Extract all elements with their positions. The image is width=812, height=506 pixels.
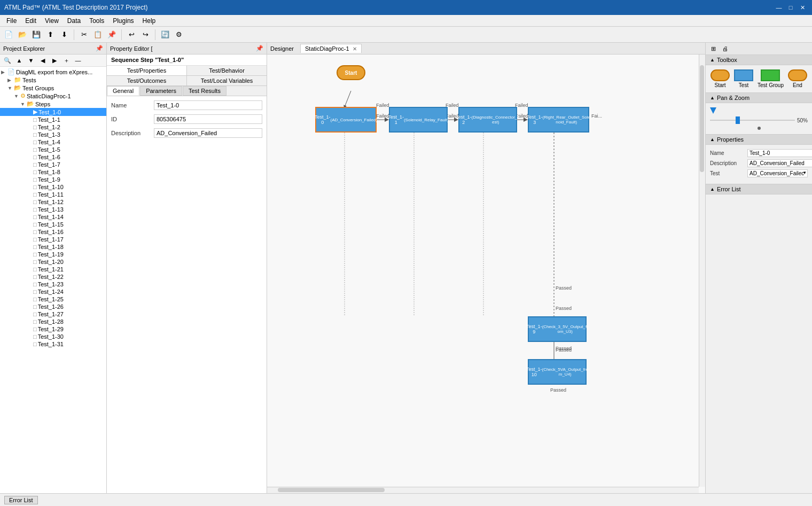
toolbox-section-header[interactable]: ▲ Toolbox — [706, 55, 812, 65]
canvas-scroll-horizontal[interactable] — [267, 487, 699, 493]
pe-expand-btn[interactable]: ▶ — [49, 56, 60, 65]
toolbar-cut[interactable]: ✂ — [77, 28, 90, 41]
tree-item-tests[interactable]: ▶ 📁 Tests — [0, 76, 106, 84]
error-list-status-btn[interactable]: Error List — [4, 496, 38, 504]
pe-collapse-btn[interactable]: ◀ — [37, 56, 48, 65]
tree-item-test-1-20[interactable]: □Test_1-20 — [0, 258, 106, 266]
right-toolbar-btn1[interactable]: ⊞ — [708, 44, 719, 53]
tree-item-test-1-13[interactable]: □Test_1-13 — [0, 206, 106, 213]
tree-item-test-1-27[interactable]: □Test_1-27 — [0, 310, 106, 318]
tool-test[interactable]: Test — [734, 69, 753, 88]
tool-start[interactable]: Start — [710, 69, 730, 88]
tree-item-test-1-5[interactable]: □Test_1-5 — [0, 146, 106, 153]
prop-input-desc[interactable] — [154, 128, 262, 138]
tree-item-test-1-11[interactable]: □Test_1-11 — [0, 191, 106, 198]
pe-add-btn[interactable]: ＋ — [61, 56, 72, 65]
tree-item-test-1-29[interactable]: □Test_1-29 — [0, 325, 106, 333]
menu-tools[interactable]: Tools — [85, 15, 108, 26]
menu-data[interactable]: Data — [63, 15, 85, 26]
tree-item-test-1-3[interactable]: □Test_1-3 — [0, 131, 106, 138]
tree-item-test-1-31[interactable]: □Test_1-31 — [0, 340, 106, 348]
tree-item-test-1-28[interactable]: □Test_1-28 — [0, 318, 106, 325]
tree-item-test-1-30[interactable]: □Test_1-30 — [0, 333, 106, 340]
tree-item-test-1-23[interactable]: □Test_1-23 — [0, 281, 106, 288]
tree-item-test-1-9[interactable]: □Test_1-9 — [0, 176, 106, 183]
toolbar-btn-extra[interactable]: ⚙ — [173, 28, 185, 41]
toolbar-new[interactable]: 📄 — [2, 28, 15, 41]
node-test-110[interactable]: Test_1-10(Check_5VA_Output_fro m_U4) — [528, 359, 587, 385]
tree-item-test-1-16[interactable]: □Test_1-16 — [0, 228, 106, 236]
property-editor-pin[interactable]: 📌 — [256, 45, 263, 52]
pe-search-btn[interactable]: 🔍 — [2, 56, 13, 65]
props-test-select[interactable]: AD_Conversion_Failec — [747, 169, 808, 177]
tree-item-test-1-8[interactable]: □Test_1-8 — [0, 168, 106, 176]
toolbar-refresh[interactable]: 🔄 — [159, 28, 171, 41]
pe-remove-btn[interactable]: — — [73, 56, 83, 65]
props-desc-input[interactable] — [747, 159, 812, 167]
zoom-thumb[interactable] — [736, 116, 740, 124]
tree-item-test-1-6[interactable]: □Test_1-6 — [0, 153, 106, 161]
pe-up-btn[interactable]: ▲ — [14, 56, 25, 65]
tree-item-staticdiagproc[interactable]: ▼ ⚙ StaticDiagProc-1 — [0, 92, 106, 100]
tree-item-diagml[interactable]: ▶ 📄 DiagML export from eXpres... — [0, 68, 106, 76]
node-test-13[interactable]: Test_1-3(Right_Rear_Outlet_Sole noid_Fau… — [528, 107, 589, 133]
toolbar-btn5[interactable]: ⬇ — [58, 28, 71, 41]
tree-item-test-1-7[interactable]: □Test_1-7 — [0, 161, 106, 168]
tree-item-test-1-25[interactable]: □Test_1-25 — [0, 295, 106, 303]
tree-item-test-1-10[interactable]: □Test_1-10 — [0, 183, 106, 191]
designer-canvas[interactable]: Failed Failed Failed Passed Passed — [267, 55, 705, 493]
close-button[interactable]: ✕ — [797, 3, 808, 12]
maximize-button[interactable]: □ — [785, 3, 796, 12]
tree-item-test10[interactable]: ▶ Test_1-0 — [0, 108, 106, 116]
project-explorer-pin[interactable]: 📌 — [96, 45, 103, 52]
toolbar-save[interactable]: 💾 — [30, 28, 43, 41]
tree-item-test-1-24[interactable]: □Test_1-24 — [0, 288, 106, 295]
menu-file[interactable]: File — [2, 15, 21, 26]
toolbar-open[interactable]: 📂 — [16, 28, 29, 41]
tool-group[interactable]: Test Group — [758, 69, 784, 88]
tree-item-test-1-4[interactable]: □Test_1-4 — [0, 138, 106, 146]
node-test-10[interactable]: Test_1-0(AD_Conversion_Failed) — [315, 107, 377, 133]
minimize-button[interactable]: — — [774, 3, 784, 12]
tree-item-test-1-22[interactable]: □Test_1-22 — [0, 273, 106, 281]
node-test-11[interactable]: Test_1-1(Solenoid_Relay_Fault) — [389, 107, 448, 133]
zoom-slider[interactable] — [710, 116, 795, 124]
prop-input-name[interactable] — [154, 100, 262, 110]
pe-down-btn[interactable]: ▼ — [26, 56, 36, 65]
canvas-scroll-vertical[interactable] — [699, 55, 705, 487]
tree-item-testgroups[interactable]: ▼ 📂 Test Groups — [0, 84, 106, 92]
tree-item-test-1-19[interactable]: □Test_1-19 — [0, 251, 106, 258]
tree-item-test-1-26[interactable]: □Test_1-26 — [0, 303, 106, 310]
tree-item-test-1-17[interactable]: □Test_1-17 — [0, 236, 106, 243]
toolbar-copy[interactable]: 📋 — [91, 28, 104, 41]
tree-item-test-1-18[interactable]: □Test_1-18 — [0, 243, 106, 251]
props-name-input[interactable] — [747, 149, 812, 157]
tree-item-test-1-15[interactable]: □Test_1-15 — [0, 221, 106, 228]
tree-item-test-1-21[interactable]: □Test_1-21 — [0, 266, 106, 273]
toolbar-btn4[interactable]: ⬆ — [44, 28, 57, 41]
tool-end[interactable]: End — [788, 69, 807, 88]
tree-item-test-1-12[interactable]: □Test_1-12 — [0, 198, 106, 206]
inner-tab-general[interactable]: General — [107, 86, 139, 96]
toolbar-undo[interactable]: ↩ — [125, 28, 138, 41]
tab-test-behavior[interactable]: Test/Behavior — [187, 66, 267, 75]
pan-zoom-section-header[interactable]: ▲ Pan & Zoom — [706, 93, 812, 103]
menu-help[interactable]: Help — [138, 15, 160, 26]
properties-section-header[interactable]: ▲ Properties — [706, 135, 812, 145]
toolbar-paste[interactable]: 📌 — [105, 28, 118, 41]
tab-test-outcomes[interactable]: Test/Outcomes — [107, 76, 187, 85]
tab-test-local-vars[interactable]: Test/Local Variables — [187, 76, 267, 85]
error-list-section-header[interactable]: ▲ Error List — [706, 184, 812, 194]
menu-edit[interactable]: Edit — [21, 15, 41, 26]
pan-zoom-thumb[interactable] — [710, 107, 716, 114]
tab-test-properties[interactable]: Test/Properties — [107, 66, 187, 75]
menu-view[interactable]: View — [41, 15, 63, 26]
tree-item-steps[interactable]: ▼ 📂 Steps — [0, 100, 106, 108]
prop-input-id[interactable] — [154, 114, 262, 124]
tree-item-test-1-2[interactable]: □Test_1-2 — [0, 123, 106, 131]
designer-tab-staticdiagproc[interactable]: StaticDiagProc-1 ✕ — [300, 44, 362, 53]
node-test-19[interactable]: Test_1-9(Check_3_5V_Output_fr om_U3) — [528, 316, 587, 342]
inner-tab-test-results[interactable]: Test Results — [183, 86, 227, 96]
right-toolbar-btn2[interactable]: 🖨 — [720, 44, 730, 53]
tree-item-test-1-14[interactable]: □Test_1-14 — [0, 213, 106, 221]
